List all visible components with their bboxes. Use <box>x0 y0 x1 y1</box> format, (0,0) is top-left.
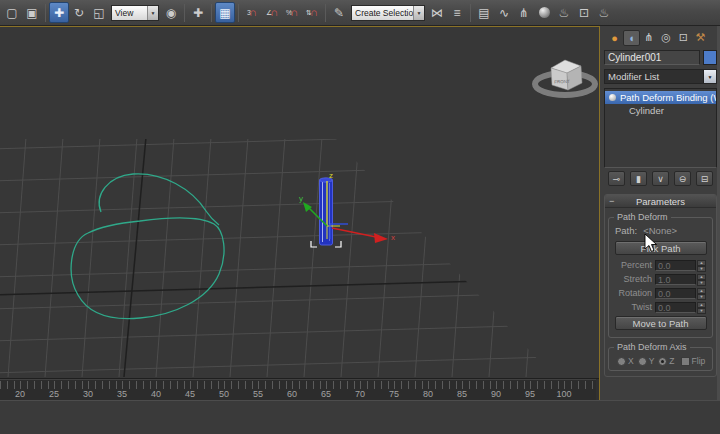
render-production[interactable]: ♨ <box>594 2 614 23</box>
main-toolbar: ▢▣✚↻◱View▼◉✚▦3∩∠∩%∩⇅∩✎Create Selection S… <box>0 0 720 26</box>
angle-snap-toggle[interactable]: ∠∩ <box>262 2 282 23</box>
track-bar[interactable]: 20253035404550556065707580859095100 <box>0 378 599 400</box>
chevron-down-icon[interactable]: ▼ <box>413 6 424 20</box>
pin-stack[interactable]: ⊸ <box>608 171 625 186</box>
stretch-spinner[interactable]: ▲▼ <box>697 274 706 285</box>
render-setup[interactable]: ♨ <box>554 2 574 23</box>
stretch-field[interactable]: 1.0 <box>655 274 696 285</box>
modifier-name: Path Deform Binding (WS <box>620 92 716 103</box>
status-bar: ⊡ X: 65.517 ▲▼ Y: 4.882 ▲▼ Z: 0.0 Grid =… <box>0 400 720 434</box>
object-name-field[interactable]: Cylinder001 <box>604 50 700 65</box>
magnet-icon: ∩ <box>310 7 318 18</box>
frame-label-50: 50 <box>219 389 229 399</box>
modifier-list-dropdown[interactable]: Modifier List ▼ <box>604 69 717 84</box>
tab-modify[interactable]: ◖ <box>623 30 640 46</box>
tab-create[interactable]: ● <box>606 30 623 46</box>
twist-spinner[interactable]: ▲▼ <box>697 302 706 313</box>
modifier-list-label: Modifier List <box>605 70 703 83</box>
command-panel-tabs: ●◖⋔◎⊡⚒ <box>604 28 717 47</box>
object-color-swatch[interactable] <box>703 50 717 65</box>
frame-label-30: 30 <box>83 389 93 399</box>
edit-named-selection-sets[interactable]: ✎ <box>329 2 349 23</box>
collapse-icon[interactable]: − <box>609 196 614 206</box>
make-unique[interactable]: ∨ <box>652 171 669 186</box>
axis-y-radio[interactable] <box>638 357 647 366</box>
spline-shape[interactable] <box>71 174 224 319</box>
3ds-max-window: ▢▣✚↻◱View▼◉✚▦3∩∠∩%∩⇅∩✎Create Selection S… <box>0 0 720 434</box>
lightbulb-icon[interactable] <box>609 94 616 101</box>
align[interactable]: ≡ <box>447 2 467 23</box>
named-selection-sets[interactable]: Create Selection Se▼ <box>351 5 425 21</box>
rectangular-selection-region[interactable]: ▢ <box>2 2 22 23</box>
show-end-result[interactable]: ▮ <box>630 171 647 186</box>
modifier-stack-row[interactable]: Cylinder <box>605 104 716 117</box>
pick-path-button[interactable]: Pick Path <box>615 241 707 255</box>
tab-hierarchy[interactable]: ⋔ <box>640 30 657 46</box>
frame-label-75: 75 <box>389 389 399 399</box>
window-crossing-toggle[interactable]: ▣ <box>22 2 42 23</box>
snaps-toggle-3d[interactable]: 3∩ <box>242 2 262 23</box>
percent-row: Percent0.0▲▼ <box>611 258 710 272</box>
named-selection-sets-value: Create Selection Se <box>352 8 413 18</box>
reference-coordinate-system[interactable]: View▼ <box>111 5 159 21</box>
select-and-scale[interactable]: ◱ <box>89 2 109 23</box>
material-editor[interactable] <box>534 2 554 23</box>
rotation-spinner[interactable]: ▲▼ <box>697 288 706 299</box>
render-production-icon: ♨ <box>599 7 610 19</box>
rendered-frame-window[interactable]: ⊡ <box>574 2 594 23</box>
mirror[interactable]: ⋈ <box>427 2 447 23</box>
select-and-rotate[interactable]: ↻ <box>69 2 89 23</box>
parameters-rollout: − Parameters Path Deform Path: <None> Pi… <box>604 194 717 377</box>
percent-spinner[interactable]: ▲▼ <box>697 260 706 271</box>
gizmo-x-label: x <box>391 233 395 242</box>
perspective-viewport[interactable]: z y x FRONT <box>0 26 599 378</box>
align-icon: ≡ <box>453 7 460 19</box>
parameters-rollout-header[interactable]: − Parameters <box>605 195 716 208</box>
modifier-stack[interactable]: Path Deform Binding (WS Cylinder <box>604 88 717 168</box>
curve-editor[interactable]: ∿ <box>494 2 514 23</box>
reference-coordinate-system-value: View <box>112 8 147 18</box>
schematic-view[interactable]: ⋔ <box>514 2 534 23</box>
use-pivot-point-center[interactable]: ◉ <box>161 2 181 23</box>
path-deform-axis-group: Path Deform Axis XYZFlip <box>608 347 713 371</box>
rendered-frame-window-icon: ⊡ <box>579 7 589 19</box>
modifier-stack-selected-row[interactable]: Path Deform Binding (WS <box>605 91 716 104</box>
chevron-down-icon[interactable]: ▼ <box>703 70 716 83</box>
group-title: Path Deform Axis <box>614 342 690 352</box>
spinner-snap-toggle[interactable]: ⇅∩ <box>302 2 322 23</box>
toolbar-separator <box>470 4 471 22</box>
twist-row: Twist0.0▲▼ <box>611 300 710 314</box>
configure-modifier-sets[interactable]: ⊟ <box>696 171 713 186</box>
axis-z-radio[interactable] <box>658 357 667 366</box>
tab-motion[interactable]: ◎ <box>658 30 675 46</box>
use-pivot-point-center-icon: ◉ <box>166 7 176 19</box>
percent-snap-toggle[interactable]: %∩ <box>282 2 302 23</box>
flip-checkbox[interactable] <box>681 357 690 366</box>
rotation-row: Rotation0.0▲▼ <box>611 286 710 300</box>
flip-label: Flip <box>692 356 706 366</box>
remove-modifier[interactable]: ⊖ <box>674 171 691 186</box>
keyboard-shortcut-override-toggle[interactable]: ▦ <box>215 2 235 23</box>
select-and-move[interactable]: ✚ <box>49 2 69 23</box>
stretch-row: Stretch1.0▲▼ <box>611 272 710 286</box>
layer-manager[interactable]: ▤ <box>474 2 494 23</box>
rotation-field[interactable]: 0.0 <box>655 288 696 299</box>
select-and-manipulate[interactable]: ✚ <box>188 2 208 23</box>
chevron-down-icon[interactable]: ▼ <box>147 6 158 20</box>
axis-x-radio[interactable] <box>617 357 626 366</box>
percent-field[interactable]: 0.0 <box>655 260 696 271</box>
viewcube[interactable]: FRONT <box>535 60 595 95</box>
twist-field[interactable]: 0.0 <box>655 302 696 313</box>
move-gizmo[interactable]: z y x <box>299 171 395 243</box>
gizmo-z-label: z <box>329 171 333 180</box>
tab-utilities[interactable]: ⚒ <box>692 30 709 46</box>
modifier-stack-toolbar: ⊸▮∨⊖⊟ <box>604 171 717 187</box>
select-and-manipulate-icon: ✚ <box>193 7 203 19</box>
time-ruler[interactable]: 20253035404550556065707580859095100 <box>0 379 596 401</box>
axis-options-row: XYZFlip <box>611 355 710 366</box>
base-object-name: Cylinder <box>629 105 664 116</box>
tab-display[interactable]: ⊡ <box>675 30 692 46</box>
tab-display-icon: ⊡ <box>679 31 688 44</box>
cylinder-object[interactable] <box>311 178 341 247</box>
move-to-path-button[interactable]: Move to Path <box>615 316 707 330</box>
